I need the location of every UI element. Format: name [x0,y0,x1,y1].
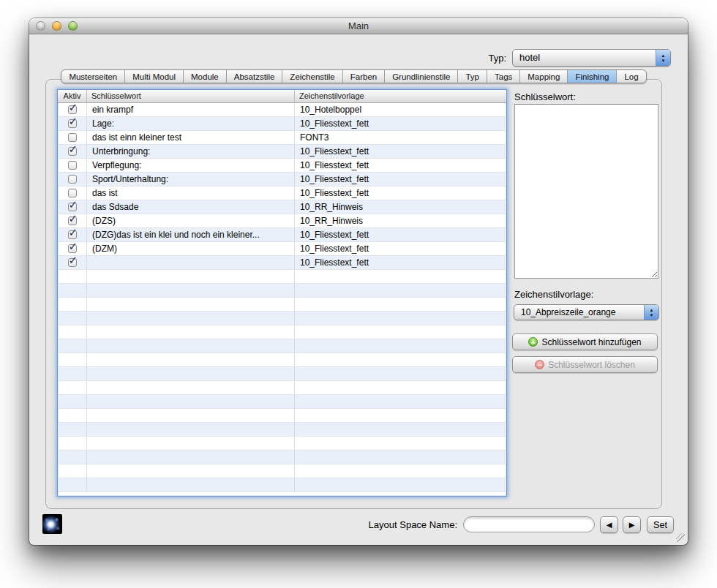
tab-tags[interactable]: Tags [487,70,520,83]
previous-button[interactable]: ◀ [600,516,618,533]
table-row-empty[interactable] [58,298,506,312]
keyword-panel-label: Schlüsselwort: [514,91,576,102]
tab-mapping[interactable]: Mapping [520,70,568,83]
table-row-empty[interactable] [58,367,506,381]
tab-finishing[interactable]: Finishing [568,70,617,83]
table-row-empty[interactable] [58,423,506,437]
cell-empty [87,464,295,478]
cell-empty [58,270,87,284]
table-row-empty[interactable] [58,284,506,298]
cell-style: 10_RR_Hinweis [295,200,506,214]
table-row[interactable]: ✓(DZM)10_Fliesstext_fett [58,242,506,256]
table-row-empty[interactable] [58,478,506,492]
row-checkbox[interactable]: ✓ [68,230,77,239]
table-row[interactable]: Verpflegung:10_Fliesstext_fett [58,159,506,173]
table-row-empty[interactable] [58,409,506,423]
table-row-empty[interactable] [58,395,506,409]
table-row-empty[interactable] [58,270,506,284]
zoom-button-icon[interactable] [68,21,78,31]
cell-empty [87,339,295,353]
table-row-empty[interactable] [58,437,506,451]
tab-absatzstile[interactable]: Absatzstile [227,70,283,83]
cell-aktiv: ✓ [58,214,87,228]
popup-stepper-icon: ▲ ▼ [644,305,658,320]
table-row[interactable]: ✓(DZS)10_RR_Hinweis [58,214,506,228]
check-icon: ✓ [69,103,78,114]
keyword-textarea[interactable] [514,104,658,279]
table-row[interactable]: ✓Unterbringung:10_Fliesstext_fett [58,145,506,159]
column-header-aktiv[interactable]: Aktiv [58,90,87,102]
typ-popup-button[interactable]: hotel ▲ ▼ [512,49,671,67]
delete-keyword-button[interactable]: − Schlüsselwort löschen [512,356,658,373]
row-checkbox[interactable]: ✓ [68,258,77,267]
table-row[interactable]: das ist10_Fliesstext_fett [58,186,506,200]
row-checkbox[interactable]: ✓ [68,203,77,211]
tab-grundlinienstile[interactable]: Grundlinienstile [385,70,458,83]
cell-style: 10_Fliesstext_fett [295,186,506,200]
tab-zeichenstile[interactable]: Zeichenstile [282,70,342,83]
set-button[interactable]: Set [647,516,674,533]
row-checkbox[interactable] [68,189,77,197]
table-row-empty[interactable] [58,353,506,367]
cell-keyword: ein krampf [87,103,295,117]
row-checkbox[interactable] [68,161,77,170]
row-checkbox[interactable]: ✓ [68,216,77,225]
cell-empty [295,478,506,492]
cell-empty [87,423,295,437]
cell-empty [58,409,87,423]
tab-multi-modul[interactable]: Multi Modul [125,70,184,83]
tab-strip: MusterseitenMulti ModulModuleAbsatzstile… [61,69,646,83]
cell-style: 10_Fliesstext_fett [295,173,506,186]
table-row-empty[interactable] [58,381,506,395]
resize-grip[interactable] [676,533,685,542]
cell-aktiv [58,131,87,145]
keyword-table[interactable]: Aktiv Schlüsselwort Zeichenstilvorlage ✓… [57,89,507,497]
column-header-zeichenstilvorlage[interactable]: Zeichenstilvorlage [295,90,506,102]
check-icon: ✓ [69,145,78,156]
cell-empty [295,312,506,325]
row-checkbox[interactable] [68,133,77,142]
cell-keyword: (DZG)das ist ein klei und noch ein klein… [87,228,295,242]
cell-empty [87,395,295,409]
cell-empty [87,451,295,464]
tab-musterseiten[interactable]: Musterseiten [61,70,125,83]
next-button[interactable]: ▶ [623,516,641,533]
cell-keyword: Verpflegung: [87,159,295,173]
table-row[interactable]: ✓ein krampf10_Hotelboppel [58,103,506,117]
table-row[interactable]: ✓10_Fliesstext_fett [58,256,506,270]
popup-stepper-icon: ▲ ▼ [656,50,670,66]
cell-style: 10_RR_Hinweis [295,214,506,228]
title-bar[interactable]: Main [29,18,688,34]
table-row-empty[interactable] [58,325,506,339]
check-icon: ✓ [69,242,78,253]
tab-log[interactable]: Log [617,70,645,83]
row-checkbox[interactable]: ✓ [68,105,77,114]
table-row[interactable]: Sport/Unterhaltung:10_Fliesstext_fett [58,173,506,186]
table-row[interactable]: ✓(DZG)das ist ein klei und noch ein klei… [58,228,506,242]
tab-module[interactable]: Module [184,70,227,83]
cell-empty [58,353,87,367]
table-row[interactable]: ✓das Sdsade10_RR_Hinweis [58,200,506,214]
table-row-empty[interactable] [58,339,506,353]
add-keyword-button[interactable]: + Schlüsselwort hinzufügen [512,333,658,350]
row-checkbox[interactable]: ✓ [68,119,77,128]
tab-typ[interactable]: Typ [458,70,487,83]
row-checkbox[interactable]: ✓ [68,147,77,156]
table-row-empty[interactable] [58,464,506,478]
cell-empty [295,451,506,464]
minimize-button-icon[interactable] [52,21,61,31]
cell-empty [58,339,87,353]
table-row-empty[interactable] [58,451,506,464]
table-row-empty[interactable] [58,312,506,325]
close-button-icon[interactable] [36,21,45,31]
cell-empty [87,325,295,339]
row-checkbox[interactable] [68,175,77,184]
table-row[interactable]: das ist einn kleiner testFONT3 [58,131,506,145]
tab-farben[interactable]: Farben [343,70,385,83]
style-popup-button[interactable]: 10_Abpreiszeile_orange ▲ ▼ [514,304,659,320]
table-row[interactable]: ✓Lage:10_Fliesstext_fett [58,117,506,131]
layout-space-name-input[interactable] [463,516,595,532]
stepper-up-icon: ▲ [650,308,654,312]
row-checkbox[interactable]: ✓ [68,244,77,253]
column-header-schluesselwort[interactable]: Schlüsselwort [87,90,295,102]
